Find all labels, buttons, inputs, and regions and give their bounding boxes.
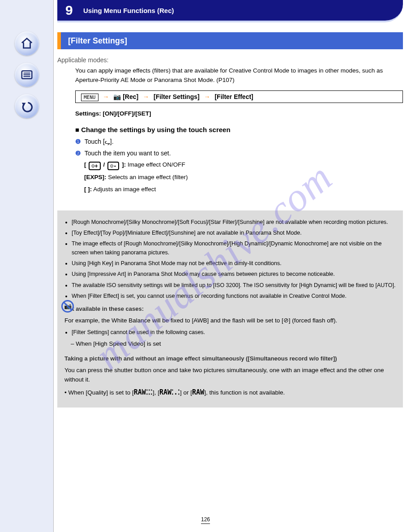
arrow-icon: → <box>103 93 109 100</box>
step-1: ❶ Touch [ᖤ]. <box>75 138 403 145</box>
option-row-3: [ ]: Adjusts an image effect <box>84 185 403 194</box>
section-title: [Filter Settings] <box>57 32 403 49</box>
note-li: [Toy Effect]/[Toy Pop]/[Miniature Effect… <box>72 229 396 237</box>
menu-icon <box>20 68 34 82</box>
home-button[interactable] <box>15 31 39 56</box>
not-available-icon: 📷 <box>61 300 74 313</box>
subhead-touch: ■ Change the settings by using the touch… <box>75 126 403 133</box>
taking-head: Taking a picture with and without an ima… <box>64 354 396 363</box>
note-li: [Rough Monochrome]/[Silky Monochrome]/[S… <box>72 218 396 227</box>
intro-paragraph: You can apply image effects (filters) th… <box>75 66 403 85</box>
menu-step2: [Filter Settings] <box>154 93 200 100</box>
note-li: The image effects of [Rough Monochrome]/… <box>72 240 396 257</box>
back-button[interactable] <box>15 94 39 118</box>
hero-title: Using Menu Functions (Rec) <box>83 7 174 14</box>
not-available-body: For example, the White Balance will be f… <box>64 316 396 326</box>
left-rail <box>0 0 54 532</box>
menu-path-box: MENU → 📷 [Rec] → [Filter Settings] → [Fi… <box>75 90 403 103</box>
note-li: [Filter Settings] cannot be used in the … <box>72 328 396 337</box>
effect-on-icon: ☺+ <box>89 162 100 170</box>
filter-palette-icon: ᖤ <box>105 138 110 145</box>
arrow-icon: → <box>143 93 149 100</box>
applicable-modes: Applicable modes: <box>57 56 403 64</box>
note-li: Using [Impressive Art] in Panorama Shot … <box>72 270 396 279</box>
home-icon <box>20 37 34 50</box>
menu-root: MENU <box>81 94 98 101</box>
effect-off-icon: ☺- <box>107 162 119 170</box>
option-row-1: [ ☺+ / ☺- ]: Image effect ON/OFF <box>84 160 403 170</box>
hero-number: 9 <box>65 3 77 18</box>
menu-button[interactable] <box>15 63 39 87</box>
content: 9 Using Menu Functions (Rec) [Filter Set… <box>54 0 407 532</box>
taking-body: You can press the shutter button once an… <box>64 366 396 385</box>
settings-line: Settings: [ON]/[OFF]/[SET] <box>75 110 151 117</box>
option-row-2: [EXPS]: Selects an image effect (filter) <box>84 173 403 182</box>
notes-box: [Rough Monochrome]/[Silky Monochrome]/[S… <box>57 210 403 408</box>
back-icon <box>20 99 34 113</box>
note-li: Using [High Key] in Panorama Shot Mode m… <box>72 259 396 268</box>
raw-icon-2: RAW⁚.⁚ <box>159 388 180 396</box>
sub-item: – When [High Speed Video] is set <box>71 339 396 349</box>
note-li: When [Filter Effect] is set, you cannot … <box>72 292 396 300</box>
menu-step3: [Filter Effect] <box>214 93 253 100</box>
raw-icon-1: RAW⁚⁚⁚ <box>134 388 153 396</box>
flash-off-icon: ⊘ <box>283 317 289 324</box>
menu-step1: [Rec] <box>123 93 138 100</box>
raw-line: • When [Quality] is set to [RAW⁚⁚⁚], [RA… <box>64 387 396 398</box>
step-2: ❷ Touch the item you want to set. <box>75 150 403 157</box>
hero-bar: 9 Using Menu Functions (Rec) <box>57 0 403 22</box>
raw-icon-3: RAW <box>192 388 204 396</box>
modes-label: Applicable modes: <box>57 56 108 64</box>
arrow-icon: → <box>204 93 210 100</box>
page-number: 126 <box>201 516 210 524</box>
not-available-head: Not available in these cases: <box>64 305 396 313</box>
note-li: The available ISO sensitivity settings w… <box>72 281 396 290</box>
